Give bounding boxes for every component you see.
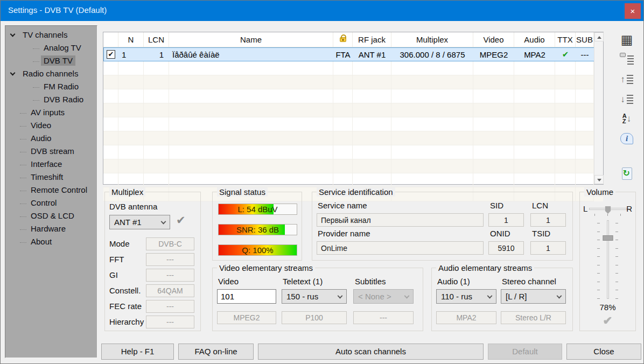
close-button[interactable]: Close	[566, 344, 641, 360]
check-outline-icon: ✔	[603, 314, 612, 327]
audio-select[interactable]: 110 - rus	[436, 289, 496, 304]
sidebar-item-av-inputs[interactable]: AV inputs	[5, 106, 97, 119]
balance-slider[interactable]	[589, 208, 627, 210]
column-header-n[interactable]: N	[118, 32, 144, 47]
edit-channel-button[interactable]	[618, 51, 636, 68]
dvb-antenna-select[interactable]: ANT #1	[109, 215, 170, 229]
move-up-button[interactable]: ↑	[618, 71, 636, 88]
table-row-empty	[103, 89, 603, 103]
sidebar-item-label: TV channels	[20, 30, 70, 40]
sidebar-item-osd-lcd[interactable]: OSD & LCD	[5, 209, 97, 222]
mode-value: DVB-C	[146, 237, 194, 250]
sidebar-item-fm-radio[interactable]: FM Radio	[5, 80, 97, 93]
column-header-name[interactable]: Name	[169, 32, 333, 47]
group-title: Signal status	[217, 187, 268, 197]
help-button[interactable]: Help - F1	[101, 344, 174, 360]
window-title: Settings - DVB TV (Default)	[8, 5, 107, 15]
sidebar-item-label: OSD & LCD	[28, 211, 77, 221]
audio-pid-label: Audio (1)	[437, 277, 470, 286]
volume-slider[interactable]	[607, 220, 609, 299]
volume-slider-thumb[interactable]	[603, 235, 613, 241]
sidebar-item-control[interactable]: Control	[5, 197, 97, 209]
subtitles-select[interactable]: < None >	[353, 289, 414, 304]
sid-value: 1	[488, 213, 524, 227]
channel-table[interactable]: NLCNNameRF jackMultiplexVideoAudioTTXSUB…	[103, 32, 604, 185]
sidebar-item-tv-channels[interactable]: TV channels	[5, 29, 97, 41]
refresh-list-button[interactable]: ↻	[618, 165, 636, 182]
arrow-down-icon: ↓	[627, 114, 632, 123]
grid-icon: ▦	[621, 33, 633, 46]
mode-label: Mode	[109, 239, 130, 248]
teletext-select[interactable]: 150 - rus	[282, 289, 347, 304]
stereo-channel-label: Stereo channel	[502, 277, 556, 286]
sidebar-item-analog-tv[interactable]: Analog TV	[5, 41, 97, 54]
column-header-lcn[interactable]: LCN	[144, 32, 169, 47]
group-title: Multiplex	[109, 187, 145, 197]
column-header-checkbox[interactable]	[103, 32, 118, 47]
table-row-empty	[103, 145, 603, 159]
sidebar-item-hardware[interactable]: Hardware	[5, 222, 97, 235]
column-header-rf-jack[interactable]: RF jack	[353, 32, 391, 47]
cell-video: MPEG2	[473, 47, 514, 61]
table-scrollbar[interactable]	[594, 32, 603, 184]
padlock-icon	[340, 37, 346, 42]
faq-online-button[interactable]: FAQ on-line	[178, 344, 254, 360]
channel-enabled-checkbox[interactable]: ✔	[107, 50, 115, 59]
table-row-empty	[103, 173, 603, 187]
close-window-button[interactable]: ×	[625, 3, 641, 19]
balance-right-label: R	[626, 204, 632, 213]
teletext-page-value: P100	[282, 311, 347, 324]
sidebar-item-dvb-tv[interactable]: DVB TV	[5, 54, 97, 67]
table-row[interactable]: ✔ 1 1 Ïåðâûé êàíàë FTA ANT #1 306.000 / …	[103, 47, 603, 61]
channel-grid-button[interactable]: ▦	[618, 31, 636, 48]
sidebar-item-radio-channels[interactable]: Radio channels	[5, 67, 97, 80]
stereo-channel-select[interactable]: [L / R]	[501, 289, 566, 304]
cell-ttx: MPA2	[514, 47, 555, 61]
arrow-up-icon: ↑	[620, 75, 625, 84]
chevron-down-icon[interactable]	[10, 71, 16, 76]
volume-group: Volume L R 78% ✔	[579, 192, 636, 331]
cell-multiplex: 306.000 / 8 / 6875	[391, 47, 473, 61]
column-header-audio[interactable]: Audio	[514, 32, 555, 47]
scroll-up-icon	[597, 34, 601, 39]
sidebar-item-dvb-stream[interactable]: DVB stream	[5, 145, 97, 158]
column-header-multiplex[interactable]: Multiplex	[391, 32, 473, 47]
auto-scan-channels-button[interactable]: Auto scan channels	[258, 344, 484, 360]
move-down-button[interactable]: ↓	[618, 90, 636, 108]
multiplex-group: Multiplex DVB antenna ANT #1 ✔ Mode FFT …	[104, 192, 201, 331]
cell-name: Ïåðâûé êàíàë	[169, 47, 333, 61]
sidebar-item-interface[interactable]: Interface	[5, 158, 97, 171]
channel-info-button[interactable]: i	[618, 130, 636, 147]
sidebar-item-dvb-radio[interactable]: DVB Radio	[5, 93, 97, 106]
sidebar-item-label: About	[28, 236, 54, 247]
settings-category-tree: TV channelsAnalog TVDVB TVRadio channels…	[5, 25, 97, 358]
video-pid-input[interactable]	[217, 289, 276, 304]
titlebar[interactable]: Settings - DVB TV (Default) ×	[1, 1, 643, 21]
video-codec-value: MPEG2	[217, 311, 276, 324]
column-header-encryption[interactable]	[333, 32, 353, 47]
sidebar-item-about[interactable]: About	[5, 235, 97, 248]
dvb-antenna-label: DVB antenna	[109, 202, 157, 211]
sidebar-item-remote-control[interactable]: Remote Control	[5, 184, 97, 197]
sidebar-item-label: Hardware	[28, 223, 68, 234]
scroll-up-button[interactable]	[594, 32, 604, 41]
volume-apply-button[interactable]: ✔	[580, 314, 635, 328]
sidebar-item-video[interactable]: Video	[5, 119, 97, 132]
sidebar-item-label: DVB TV	[41, 55, 75, 66]
default-button[interactable]: Default	[488, 344, 562, 360]
settings-dialog: Settings - DVB TV (Default) × TV channel…	[0, 0, 644, 364]
column-header-sub[interactable]: SUB	[576, 32, 594, 47]
scroll-down-button[interactable]	[594, 175, 604, 184]
sidebar-item-audio[interactable]: Audio	[5, 132, 97, 145]
chevron-down-icon[interactable]	[10, 32, 16, 37]
lcn-value: 1	[530, 213, 566, 227]
column-header-ttx[interactable]: TTX	[555, 32, 576, 47]
onid-label: ONID	[490, 229, 510, 238]
scroll-down-icon	[597, 179, 601, 184]
sidebar-item-timeshift[interactable]: Timeshift	[5, 171, 97, 184]
cell-access: FTA	[333, 47, 353, 61]
sort-az-button[interactable]: AZ ↓	[618, 110, 636, 127]
balance-slider-thumb[interactable]	[605, 206, 611, 214]
column-header-video[interactable]: Video	[473, 32, 514, 47]
table-row-empty	[103, 117, 603, 131]
